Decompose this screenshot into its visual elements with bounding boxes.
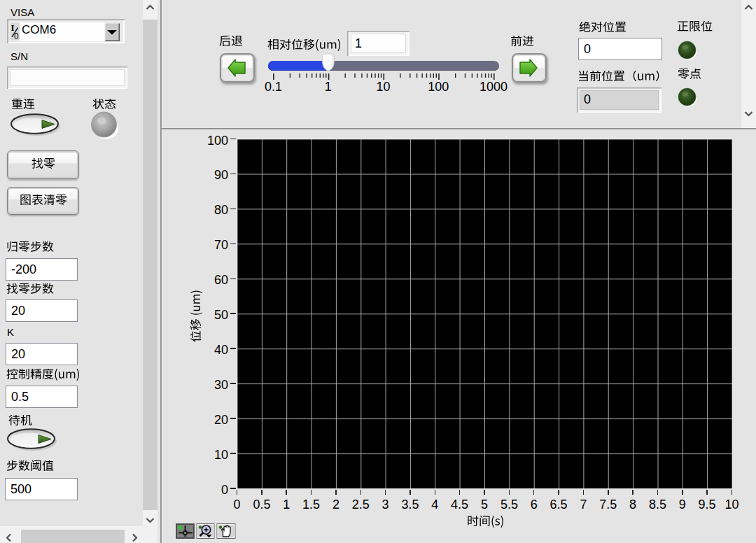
svg-text:0: 0 xyxy=(14,31,19,41)
